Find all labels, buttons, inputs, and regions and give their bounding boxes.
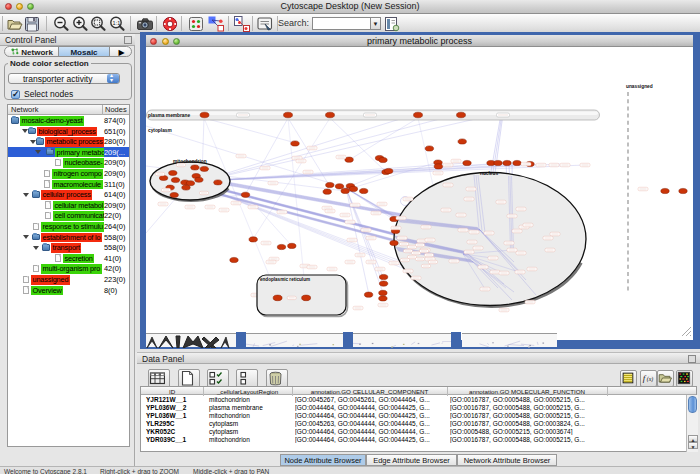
svg-text:cytoplasm: cytoplasm [148,128,172,133]
svg-text:unassigned: unassigned [626,84,653,89]
svg-text:nucleus: nucleus [480,171,498,176]
svg-text:endoplasmic reticulum: endoplasmic reticulum [260,277,310,282]
svg-text:plasma membrane: plasma membrane [148,113,190,118]
svg-text:(x): (x) [647,376,653,383]
svg-text:1:1: 1:1 [113,20,121,26]
